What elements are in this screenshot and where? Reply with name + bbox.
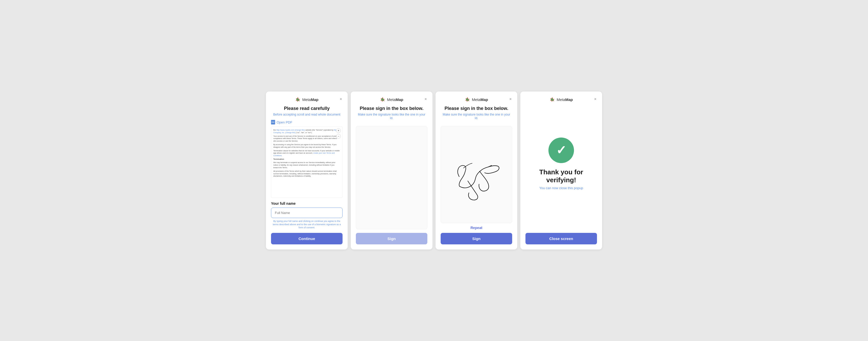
zoom-controls: + − (336, 128, 341, 139)
panel2-title: Please sign in the box below. (356, 106, 427, 111)
panel3-title: Please sign in the box below. (441, 106, 512, 111)
panel-sign-filled: MetaMap × Please sign in the box below. … (436, 91, 517, 250)
panel3-close-button[interactable]: × (509, 96, 512, 102)
signature-drawing (446, 134, 506, 216)
success-circle: ✓ (549, 138, 574, 163)
panel4-header: MetaMap × (525, 96, 597, 102)
panel-sign-empty: MetaMap × Please sign in the box below. … (351, 91, 432, 250)
metamap-logo-icon-2 (380, 96, 385, 102)
repeat-link[interactable]: Repeat (441, 226, 512, 230)
panel1-title: Please read carefully (271, 106, 343, 111)
metamap-logo-2: MetaMap (380, 96, 403, 102)
logo-text-3: MetaMap (472, 97, 488, 102)
open-pdf-link[interactable]: PDF Open PDF (271, 120, 343, 124)
metamap-logo-icon-4 (550, 96, 555, 102)
panel2-sign-button[interactable]: Sign (356, 233, 427, 245)
metamap-logo-icon-3 (465, 96, 470, 102)
panel2-signature-area[interactable] (356, 126, 427, 229)
full-name-section: Your full name By typing your full name … (271, 201, 343, 229)
continue-button[interactable]: Continue (271, 233, 343, 245)
full-name-label: Your full name (271, 201, 343, 205)
panel4-close-button[interactable]: × (594, 96, 597, 102)
close-screen-button[interactable]: Close screen (525, 233, 597, 245)
panel1-close-button[interactable]: × (339, 96, 343, 102)
panel2-close-button[interactable]: × (424, 96, 427, 102)
panel1-subtitle: Before accepting scroll and read whole d… (271, 113, 343, 116)
metamap-logo: MetaMap (295, 96, 318, 102)
check-icon: ✓ (556, 144, 566, 157)
panel-read-carefully: MetaMap × Please read carefully Before a… (266, 91, 348, 250)
zoom-out-button[interactable]: − (336, 134, 341, 139)
panel-thank-you: MetaMap × ✓ Thank you for verifying! You… (520, 91, 602, 250)
zoom-in-button[interactable]: + (336, 128, 341, 133)
pdf-icon: PDF (271, 120, 275, 124)
panel2-header: MetaMap × (356, 96, 427, 102)
metamap-logo-icon (295, 96, 301, 102)
panel4-subtitle: You can now close this popup (539, 186, 583, 190)
panel2-subtitle: Make sure the signature looks like the o… (356, 113, 427, 120)
success-content: ✓ Thank you for verifying! You can now c… (525, 106, 597, 229)
panel3-signature-area[interactable] (441, 126, 512, 223)
logo-text-2: MetaMap (387, 97, 403, 102)
panel3-subtitle: Make sure the signature looks like the o… (441, 113, 512, 120)
logo-text: MetaMap (302, 97, 318, 102)
panels-container: MetaMap × Please read carefully Before a… (266, 91, 602, 250)
panel3-header: MetaMap × (441, 96, 512, 102)
metamap-logo-3: MetaMap (465, 96, 488, 102)
logo-text-4: MetaMap (557, 97, 573, 102)
full-name-input[interactable] (271, 207, 343, 218)
panel4-title: Thank you for verifying! (525, 168, 597, 184)
panel1-header: MetaMap × (271, 96, 343, 102)
panel3-sign-button[interactable]: Sign (441, 233, 512, 245)
full-name-disclaimer: By typing your full name and clicking on… (271, 220, 343, 229)
document-content: + − the http://www.mysite.com (change th… (271, 126, 343, 198)
metamap-logo-4: MetaMap (550, 96, 573, 102)
